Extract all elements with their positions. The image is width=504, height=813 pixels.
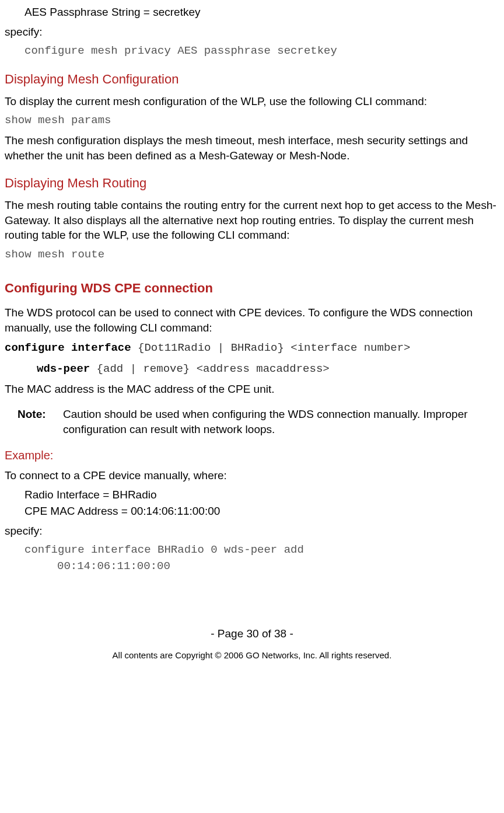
param-line: AES Passphrase String = secretkey	[5, 5, 499, 20]
cli-syntax-cont: wds-peer {add | remove} <address macaddr…	[5, 361, 499, 377]
cli-command: show mesh params	[5, 113, 499, 128]
cli-command: configure mesh privacy AES passphrase se…	[5, 44, 499, 59]
example-param: Radio Interface = BHRadio	[5, 487, 499, 503]
body-text: The MAC address is the MAC address of th…	[5, 382, 499, 397]
cli-command-cont: 00:14:06:11:00:00	[5, 559, 499, 574]
note-block: Note: Caution should be used when config…	[18, 407, 499, 437]
body-text: To display the current mesh configuratio…	[5, 94, 499, 109]
heading-configuring-wds: Configuring WDS CPE connection	[5, 280, 499, 297]
cli-command: show mesh route	[5, 247, 499, 263]
cli-keyword: configure interface	[5, 341, 131, 354]
specify-label: specify:	[5, 25, 499, 40]
heading-example: Example:	[5, 448, 499, 463]
cli-args: {Dot11Radio | BHRadio} <interface number…	[131, 341, 411, 354]
specify-label: specify:	[5, 524, 499, 539]
cli-command: configure interface BHRadio 0 wds-peer a…	[5, 543, 499, 558]
body-text: To connect to a CPE device manually, whe…	[5, 468, 499, 483]
page-number: - Page 30 of 38 -	[5, 626, 499, 641]
cli-keyword: wds-peer	[37, 362, 90, 375]
note-label: Note:	[18, 407, 63, 437]
example-param: CPE MAC Address = 00:14:06:11:00:00	[5, 504, 499, 519]
note-text: Caution should be used when configuring …	[63, 407, 499, 437]
heading-displaying-mesh-routing: Displaying Mesh Routing	[5, 175, 499, 192]
body-text: The mesh configuration displays the mesh…	[5, 133, 499, 163]
body-text: The WDS protocol can be used to connect …	[5, 305, 499, 335]
body-text: The mesh routing table contains the rout…	[5, 198, 499, 243]
copyright-text: All contents are Copyright © 2006 GO Net…	[5, 650, 499, 661]
cli-args: {add | remove} <address macaddress>	[90, 362, 329, 375]
heading-displaying-mesh-config: Displaying Mesh Configuration	[5, 71, 499, 88]
cli-syntax: configure interface {Dot11Radio | BHRadi…	[5, 340, 499, 356]
